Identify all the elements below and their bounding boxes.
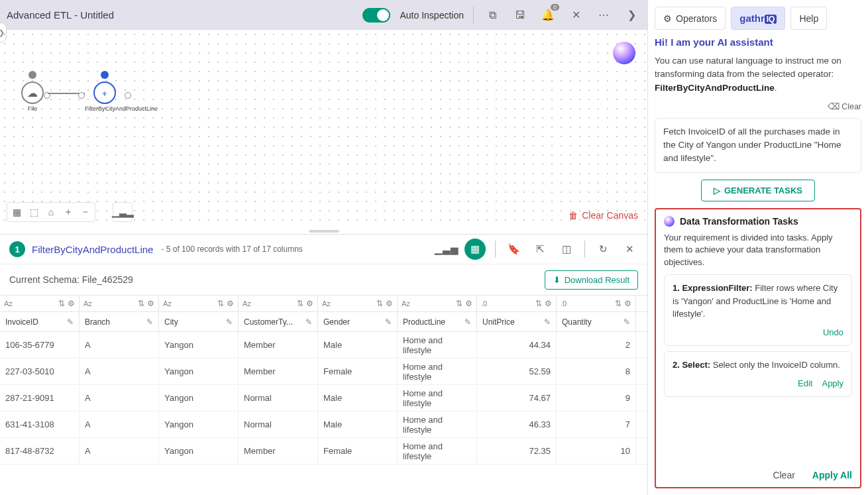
gear-icon[interactable]: ⚙ — [465, 299, 472, 308]
topbar: ❯ Advanced ETL - Untitled Auto Inspectio… — [0, 0, 647, 30]
tab-help[interactable]: Help — [790, 7, 827, 30]
ai-orb-icon[interactable] — [613, 42, 635, 64]
node-filter[interactable]: ⍖ FilterByCityAndProductLine — [85, 82, 125, 113]
table-cell: Male — [318, 385, 398, 411]
gear-icon[interactable]: ⚙ — [227, 299, 234, 308]
table-cell: Member — [239, 438, 318, 464]
home-icon[interactable]: ⌂ — [43, 204, 59, 220]
sort-icon[interactable]: ⇅ — [376, 299, 383, 308]
table-cell: A — [80, 332, 159, 358]
tasks-apply-all-button[interactable]: Apply All — [812, 470, 852, 480]
stats-icon[interactable]: ▁▃▂ — [115, 204, 131, 220]
table-row[interactable]: 287-21-9091AYangonNormalMaleHome and lif… — [0, 385, 647, 412]
tasks-clear-button[interactable]: Clear — [773, 470, 794, 480]
clear-canvas-button[interactable]: 🗑 Clear Canvas — [569, 210, 638, 221]
gear-icon[interactable]: ⚙ — [624, 299, 631, 308]
col-header[interactable]: InvoiceID✎ — [0, 312, 80, 331]
tab-gathriq[interactable]: gathrIQ — [731, 7, 785, 30]
table-cell: Yangon — [159, 385, 239, 411]
col-header[interactable]: ProductLine✎ — [398, 312, 477, 331]
edit-icon[interactable]: ✎ — [226, 317, 233, 327]
eraser-icon: ⌫ — [828, 102, 840, 111]
clear-prompt-link[interactable]: ⌫ Clear — [655, 101, 861, 111]
refresh-icon[interactable]: ↻ — [594, 241, 612, 258]
table-row[interactable]: 631-41-3108AYangonNormalMaleHome and lif… — [0, 412, 647, 438]
grid-icon[interactable]: ▦ — [9, 204, 25, 220]
sort-icon[interactable]: ⇅ — [58, 299, 65, 308]
copy-icon[interactable]: ⧉ — [483, 6, 502, 25]
table-cell: 72.35 — [477, 438, 557, 464]
forward-icon[interactable]: ❯ — [622, 6, 641, 25]
col-header[interactable]: Quantity✎ — [557, 312, 636, 331]
table-cell: 227-03-5010 — [0, 358, 80, 384]
tab-operators[interactable]: ⚙ Operators — [655, 7, 726, 30]
select-icon[interactable]: ⬚ — [26, 204, 42, 220]
gear-icon[interactable]: ⚙ — [147, 299, 154, 308]
save-icon[interactable]: 🖫 — [511, 6, 529, 25]
table-row[interactable]: 817-48-8732AYangonMemberFemaleHome and l… — [0, 438, 647, 465]
bell-icon[interactable]: 🔔0 — [539, 6, 557, 25]
canvas[interactable]: ☁ File ⍖ FilterByCityAndProductLine ▦ ⬚ … — [0, 30, 647, 229]
gear-icon[interactable]: ⚙ — [545, 299, 552, 308]
col-header[interactable]: City✎ — [159, 312, 239, 331]
tasks-description: Your requirement is divided into tasks. … — [664, 232, 852, 270]
edit-icon[interactable]: ✎ — [385, 317, 392, 327]
edit-icon[interactable]: ✎ — [464, 317, 471, 327]
table-cell: A — [80, 412, 159, 437]
task2-apply-link[interactable]: Apply — [822, 377, 843, 390]
edit-icon[interactable]: ✎ — [624, 317, 630, 327]
edit-icon[interactable]: ✎ — [67, 317, 74, 327]
sort-icon[interactable]: ⇅ — [456, 299, 462, 308]
sort-icon[interactable]: ⇅ — [615, 299, 622, 308]
close-panel-icon[interactable]: ✕ — [621, 241, 638, 258]
table-row[interactable]: 227-03-5010AYangonMemberFemaleHome and l… — [0, 358, 647, 385]
split-icon[interactable]: ◫ — [558, 241, 575, 258]
col-header[interactable]: Branch✎ — [80, 312, 159, 331]
close-icon[interactable]: ✕ — [567, 6, 585, 25]
task1-undo-link[interactable]: Undo — [823, 326, 843, 339]
node-file[interactable]: ☁ File — [21, 82, 44, 113]
bell-badge: 0 — [551, 4, 559, 11]
panel-subtitle: - 5 of 100 records with 17 of 17 columns — [161, 245, 302, 254]
table-cell: 46.33 — [477, 412, 557, 437]
prompt-box[interactable]: Fetch InvoiceID of all the purchases mad… — [655, 118, 861, 173]
table-cell: 7 — [557, 412, 636, 437]
sort-icon[interactable]: ⇅ — [138, 299, 144, 308]
bookmark-icon[interactable]: 🔖 — [505, 241, 522, 258]
plus-icon[interactable]: ＋ — [60, 204, 76, 220]
table-cell: Home and lifestyle — [398, 438, 477, 464]
sort-icon[interactable]: ⇅ — [535, 299, 542, 308]
edit-icon[interactable]: ✎ — [544, 317, 551, 327]
col-header[interactable]: UnitPrice✎ — [477, 312, 557, 331]
auto-inspection-toggle[interactable] — [362, 8, 390, 23]
edit-icon[interactable]: ✎ — [146, 317, 153, 327]
edit-icon[interactable]: ✎ — [305, 317, 312, 327]
gear-icon[interactable]: ⚙ — [386, 299, 393, 308]
col-header[interactable]: Gender✎ — [318, 312, 398, 331]
table-view-icon[interactable]: ▦ — [464, 239, 486, 260]
export-icon[interactable]: ⇱ — [531, 241, 549, 258]
table-row[interactable]: 106-35-6779AYangonMemberMaleHome and lif… — [0, 332, 647, 358]
ai-dot-icon — [664, 216, 675, 227]
sort-icon[interactable]: ⇅ — [217, 299, 224, 308]
generate-tasks-button[interactable]: ▷ GENERATE TASKS — [701, 180, 815, 201]
chart-icon[interactable]: ▁▃▅ — [438, 241, 455, 258]
gear-icon[interactable]: ⚙ — [68, 299, 75, 308]
resize-handle[interactable] — [0, 229, 647, 234]
table-cell: 10 — [557, 438, 636, 464]
panel-header: 1 FilterByCityAndProductLine - 5 of 100 … — [0, 234, 647, 264]
file-icon: ☁ — [27, 87, 38, 99]
auto-inspection-label: Auto Inspection — [400, 10, 464, 21]
more-icon[interactable]: ⋯ — [594, 6, 613, 25]
side-panel: ⚙ Operators gathrIQ Help Hi! I am your A… — [648, 0, 868, 495]
minus-icon[interactable]: － — [78, 204, 93, 220]
tasks-box: Data Transformation Tasks Your requireme… — [655, 208, 861, 489]
col-type: Aᴢ⇅⚙ — [318, 296, 398, 311]
schema-row: Current Schema: File_462529 ⬇ Download R… — [0, 264, 647, 295]
sort-icon[interactable]: ⇅ — [297, 299, 303, 308]
task2-edit-link[interactable]: Edit — [798, 377, 812, 390]
download-result-button[interactable]: ⬇ Download Result — [545, 270, 638, 290]
gear-icon[interactable]: ⚙ — [306, 299, 313, 308]
col-header[interactable]: CustomerTy...✎ — [239, 312, 318, 331]
table-cell: Normal — [239, 412, 318, 437]
